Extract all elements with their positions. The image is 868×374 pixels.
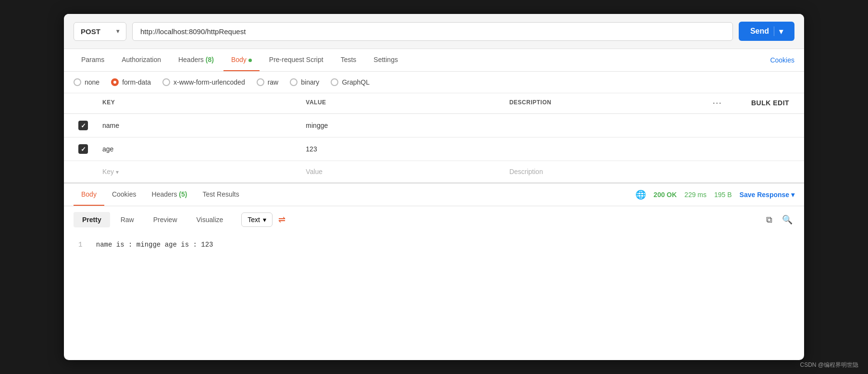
globe-icon: 🌐 xyxy=(635,189,646,200)
view-tab-preview[interactable]: Preview xyxy=(145,212,186,227)
tab-authorization[interactable]: Authorization xyxy=(114,49,169,71)
tab-headers-label: Headers xyxy=(178,56,206,63)
radio-graphql[interactable]: GraphQL xyxy=(331,78,370,86)
row1-extra xyxy=(708,119,746,132)
row1-key-cell[interactable]: name xyxy=(98,115,301,136)
row3-key-cell[interactable]: Key ▾ xyxy=(98,161,301,182)
response-section: Body Cookies Headers (5) Test Results 🌐 … xyxy=(64,183,804,272)
tab-prerequest-label: Pre-request Script xyxy=(269,56,323,63)
radio-graphql-label: GraphQL xyxy=(342,78,370,86)
radio-urlencoded[interactable]: x-www-form-urlencoded xyxy=(162,78,245,86)
view-tab-visualize[interactable]: Visualize xyxy=(188,212,232,227)
method-selector[interactable]: POST ▾ xyxy=(74,22,126,41)
body-dot xyxy=(248,59,252,62)
search-icon[interactable]: 🔍 xyxy=(780,212,794,227)
copy-icon[interactable]: ⧉ xyxy=(764,213,774,227)
bulk-edit-label[interactable]: Bulk Edit xyxy=(751,99,789,107)
radio-raw[interactable]: raw xyxy=(257,78,279,86)
response-icons-right: ⧉ 🔍 xyxy=(764,212,794,227)
table-header: KEY VALUE DESCRIPTION ··· Bulk Edit xyxy=(64,93,804,114)
row3-bulk xyxy=(746,165,794,178)
row2-checkbox-cell xyxy=(74,137,98,161)
wrap-icon[interactable]: ⇌ xyxy=(278,214,285,225)
row2-value: 123 xyxy=(306,145,317,153)
row3-chevron-icon: ▾ xyxy=(116,169,119,175)
response-tab-headers[interactable]: Headers (5) xyxy=(144,184,195,206)
response-tab-cookies-label: Cookies xyxy=(112,190,136,198)
view-tab-preview-label: Preview xyxy=(153,216,177,224)
tab-body[interactable]: Body xyxy=(223,49,260,71)
radio-none-label: none xyxy=(85,78,99,86)
url-bar: POST ▾ Send ▾ xyxy=(64,14,804,49)
row3-value-cell[interactable]: Value xyxy=(301,161,504,182)
format-label: Text xyxy=(248,216,260,224)
table-row: age 123 xyxy=(64,137,804,161)
row1-checkbox[interactable] xyxy=(78,121,88,130)
row3-desc-placeholder: Description xyxy=(509,168,543,175)
more-options-icon[interactable]: ··· xyxy=(713,99,722,107)
radio-binary[interactable]: binary xyxy=(290,78,319,86)
send-divider xyxy=(774,26,774,36)
response-size: 195 B xyxy=(714,191,732,199)
row2-desc-cell[interactable] xyxy=(505,142,708,156)
send-button[interactable]: Send ▾ xyxy=(739,22,794,41)
cookies-link-label: Cookies xyxy=(770,56,794,64)
response-tab-body-label: Body xyxy=(81,190,97,198)
radio-formdata-label: form-data xyxy=(122,78,151,86)
radio-formdata-circle xyxy=(111,78,119,86)
save-response-label: Save Response xyxy=(740,191,790,199)
response-line-1: name is : mingge age is : 123 xyxy=(96,241,213,249)
view-tab-pretty[interactable]: Pretty xyxy=(74,212,110,227)
radio-formdata[interactable]: form-data xyxy=(111,78,151,86)
header-checkbox-col xyxy=(74,93,98,113)
format-selector[interactable]: Text ▾ xyxy=(241,212,273,227)
tab-headers[interactable]: Headers (8) xyxy=(171,49,222,71)
method-label: POST xyxy=(81,27,100,36)
row1-value-cell[interactable]: mingge xyxy=(301,115,504,136)
tab-body-label: Body xyxy=(231,56,247,63)
row2-key-cell[interactable]: age xyxy=(98,138,301,160)
url-input[interactable] xyxy=(132,22,733,41)
response-status-row: 🌐 200 OK 229 ms 195 B Save Response ▾ xyxy=(635,189,794,200)
radio-urlencoded-label: x-www-form-urlencoded xyxy=(174,78,245,86)
row2-extra xyxy=(708,142,746,156)
table-row: Key ▾ Value Description xyxy=(64,161,804,183)
header-key: KEY xyxy=(98,93,301,113)
tab-settings[interactable]: Settings xyxy=(366,49,406,71)
response-time: 229 ms xyxy=(684,191,707,199)
cookies-link[interactable]: Cookies xyxy=(770,50,794,71)
radio-none[interactable]: none xyxy=(74,78,99,86)
body-type-row: none form-data x-www-form-urlencoded raw… xyxy=(64,72,804,93)
row1-desc-cell[interactable] xyxy=(505,119,708,132)
row2-checkbox[interactable] xyxy=(78,144,88,154)
request-tabs: Params Authorization Headers (8) Body Pr… xyxy=(64,49,804,72)
radio-raw-circle xyxy=(257,78,264,86)
response-body-content: 1 name is : mingge age is : 123 xyxy=(64,233,804,272)
header-bulk-edit[interactable]: Bulk Edit xyxy=(746,93,794,113)
params-table: KEY VALUE DESCRIPTION ··· Bulk Edit name… xyxy=(64,93,804,183)
radio-graphql-circle xyxy=(331,78,338,86)
tab-tests-label: Tests xyxy=(341,56,357,63)
tab-params[interactable]: Params xyxy=(74,49,112,71)
save-response-button[interactable]: Save Response ▾ xyxy=(740,191,794,199)
row3-desc-cell[interactable]: Description xyxy=(505,161,708,182)
view-tab-raw[interactable]: Raw xyxy=(112,212,143,227)
tab-authorization-label: Authorization xyxy=(122,56,161,63)
response-tabs-row: Body Cookies Headers (5) Test Results 🌐 … xyxy=(64,184,804,206)
radio-none-circle xyxy=(74,78,81,86)
row2-value-cell[interactable]: 123 xyxy=(301,138,504,160)
method-chevron-icon: ▾ xyxy=(116,28,119,35)
radio-binary-circle xyxy=(290,78,298,86)
radio-raw-label: raw xyxy=(268,78,279,86)
tab-settings-label: Settings xyxy=(373,56,398,63)
tab-tests[interactable]: Tests xyxy=(333,49,364,71)
send-label: Send xyxy=(750,27,769,36)
send-chevron-icon: ▾ xyxy=(779,27,783,36)
response-tab-body[interactable]: Body xyxy=(74,184,104,206)
response-tab-testresults-label: Test Results xyxy=(202,190,239,198)
tab-prerequest[interactable]: Pre-request Script xyxy=(261,49,331,71)
row1-value: mingge xyxy=(306,122,328,129)
response-tab-testresults[interactable]: Test Results xyxy=(195,184,247,206)
view-tab-visualize-label: Visualize xyxy=(197,216,223,224)
response-tab-cookies[interactable]: Cookies xyxy=(104,184,144,206)
